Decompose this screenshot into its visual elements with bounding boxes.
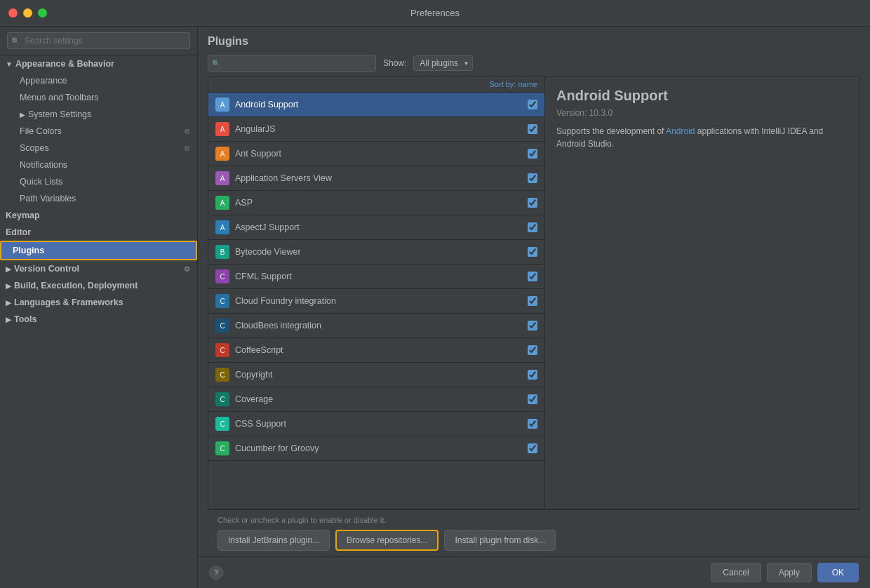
plugin-checkbox-app-servers[interactable]	[528, 173, 537, 183]
plugin-checkbox-coffeescript[interactable]	[528, 345, 537, 355]
sidebar-item-scopes[interactable]: Scopes ⚙	[0, 140, 197, 156]
plugin-row-asp[interactable]: A ASP	[208, 191, 544, 215]
plugin-checkbox-ant-support[interactable]	[528, 149, 537, 159]
sidebar-item-label: Menus and Toolbars	[20, 93, 98, 102]
sidebar-item-editor[interactable]: Editor	[0, 224, 197, 241]
plugin-name-android-support: Android Support	[235, 100, 522, 109]
cancel-button[interactable]: Cancel	[711, 563, 761, 582]
plugin-row-bytecode-viewer[interactable]: B Bytecode Viewer	[208, 240, 544, 265]
sidebar-search-wrapper	[7, 32, 190, 49]
maximize-button[interactable]	[38, 8, 47, 18]
plugin-row-aspectj[interactable]: A AspectJ Support	[208, 215, 544, 240]
sidebar-item-plugins[interactable]: Plugins	[0, 241, 197, 260]
plugin-checkbox-cucumber[interactable]	[528, 443, 537, 453]
close-button[interactable]	[8, 8, 18, 18]
plugin-row-ant-support[interactable]: A Ant Support	[208, 142, 544, 166]
plugin-checkbox-cloudbees[interactable]	[528, 321, 537, 330]
sidebar-item-appearance[interactable]: Appearance	[0, 72, 197, 89]
sidebar-item-keymap[interactable]: Keymap	[0, 207, 197, 224]
show-select[interactable]: All plugins Enabled Disabled Bundled Cus…	[413, 55, 473, 71]
sidebar-item-label: Languages & Frameworks	[14, 298, 123, 307]
sidebar-item-quick-lists[interactable]: Quick Lists	[0, 173, 197, 190]
plugin-checkbox-copyright[interactable]	[528, 370, 537, 380]
window-controls	[8, 8, 47, 18]
detail-desc-link[interactable]: Android	[666, 126, 695, 136]
plugin-icon-coffeescript: C	[215, 343, 229, 357]
plugin-icon-aspectj: A	[215, 220, 229, 234]
right-panel: Plugins Show: All plugins Enabled Disabl…	[198, 27, 870, 588]
sidebar-item-languages[interactable]: ▶ Languages & Frameworks	[0, 294, 197, 311]
plugin-row-android-support[interactable]: A Android Support	[208, 93, 544, 117]
plugin-list: Sort by: name A Android Support A Angula…	[208, 76, 545, 509]
plugin-icon-android-support: A	[215, 98, 229, 112]
window-title: Preferences	[410, 8, 460, 18]
plugin-checkbox-aspectj[interactable]	[528, 222, 537, 232]
plugin-name-css: CSS Support	[235, 419, 522, 429]
plugin-icon-coverage: C	[215, 392, 229, 406]
plugin-row-coffeescript[interactable]: C CoffeeScript	[208, 338, 544, 363]
plugin-checkbox-css[interactable]	[528, 419, 537, 429]
plugin-row-cloud-foundry[interactable]: C Cloud Foundry integration	[208, 289, 544, 314]
plugin-name-angularjs: AngularJS	[235, 124, 522, 134]
sidebar-item-appearance-behavior[interactable]: ▼ Appearance & Behavior	[0, 55, 197, 72]
plugin-checkbox-angularjs[interactable]	[528, 124, 537, 134]
sidebar-item-label: Notifications	[20, 160, 67, 170]
sidebar-item-path-variables[interactable]: Path Variables	[0, 190, 197, 207]
sidebar-scroll: ▼ Appearance & Behavior Appearance Menus…	[0, 55, 197, 588]
sidebar-item-tools[interactable]: ▶ Tools	[0, 311, 197, 328]
browse-repositories-button[interactable]: Browse repositories...	[335, 530, 439, 551]
plugin-checkbox-cloud-foundry[interactable]	[528, 296, 537, 306]
plugin-row-cfml[interactable]: C CFML Support	[208, 265, 544, 289]
ok-button[interactable]: OK	[817, 563, 859, 582]
sidebar-item-menus-toolbars[interactable]: Menus and Toolbars	[0, 89, 197, 106]
sidebar-item-label: Plugins	[13, 246, 44, 255]
install-jetbrains-button[interactable]: Install JetBrains plugin...	[218, 530, 330, 551]
detail-desc-prefix: Supports the development of	[556, 126, 666, 136]
sidebar-item-label: Appearance	[20, 76, 67, 86]
plugin-row-copyright[interactable]: C Copyright	[208, 363, 544, 387]
sidebar-item-file-colors[interactable]: File Colors ⚙	[0, 123, 197, 140]
plugin-checkbox-coverage[interactable]	[528, 394, 537, 404]
install-from-disk-button[interactable]: Install plugin from disk...	[444, 530, 556, 551]
sidebar-item-label: Keymap	[6, 211, 40, 220]
detail-version: Version: 10.3.0	[556, 108, 848, 118]
titlebar: Preferences	[0, 0, 870, 27]
plugin-checkbox-asp[interactable]	[528, 198, 537, 208]
plugin-icon-bytecode: B	[215, 245, 229, 259]
sidebar-item-build[interactable]: ▶ Build, Execution, Deployment	[0, 277, 197, 294]
plugin-name-cloud-foundry: Cloud Foundry integration	[235, 296, 522, 306]
arrow-right-icon-lang: ▶	[6, 299, 11, 307]
plugin-checkbox-cfml[interactable]	[528, 272, 537, 281]
plugin-name-cfml: CFML Support	[235, 272, 522, 281]
minimize-button[interactable]	[23, 8, 32, 18]
sidebar-item-notifications[interactable]: Notifications	[0, 156, 197, 173]
sidebar-item-version-control[interactable]: ▶ Version Control ⚙	[0, 260, 197, 277]
help-button[interactable]: ?	[209, 566, 223, 580]
sort-by-name[interactable]: Sort by: name	[490, 80, 537, 88]
detail-description: Supports the development of Android appl…	[556, 125, 848, 150]
bottom-bar: Check or uncheck a plugin to enable or d…	[208, 509, 860, 556]
plugins-search-input[interactable]	[208, 55, 376, 72]
arrow-right-icon: ▶	[20, 111, 25, 119]
plugin-row-cucumber[interactable]: C Cucumber for Groovy	[208, 436, 544, 461]
apply-button[interactable]: Apply	[767, 563, 812, 582]
plugin-name-aspectj: AspectJ Support	[235, 222, 522, 232]
plugin-row-cloudbees[interactable]: C CloudBees integration	[208, 314, 544, 338]
plugin-checkbox-bytecode[interactable]	[528, 247, 537, 257]
detail-panel: Android Support Version: 10.3.0 Supports…	[545, 76, 859, 509]
arrow-right-icon-build: ▶	[6, 282, 11, 290]
sidebar-search-input[interactable]	[7, 32, 190, 49]
plugin-row-coverage[interactable]: C Coverage	[208, 387, 544, 412]
sidebar-item-label: Version Control	[14, 264, 79, 274]
sidebar-item-system-settings[interactable]: ▶ System Settings	[0, 106, 197, 123]
plugin-checkbox-android-support[interactable]	[528, 100, 537, 109]
vc-gear-icon: ⚙	[184, 265, 190, 273]
plugin-row-application-servers-view[interactable]: A Application Servers View	[208, 166, 544, 191]
sidebar-item-label: System Settings	[28, 109, 91, 119]
plugin-row-angularjs[interactable]: A AngularJS	[208, 117, 544, 142]
plugin-row-css-support[interactable]: C CSS Support	[208, 412, 544, 436]
check-hint: Check or uncheck a plugin to enable or d…	[218, 516, 850, 524]
sidebar-item-label: Tools	[14, 314, 36, 324]
plugins-header: Plugins	[208, 35, 860, 48]
sidebar-item-label: Editor	[6, 227, 31, 237]
